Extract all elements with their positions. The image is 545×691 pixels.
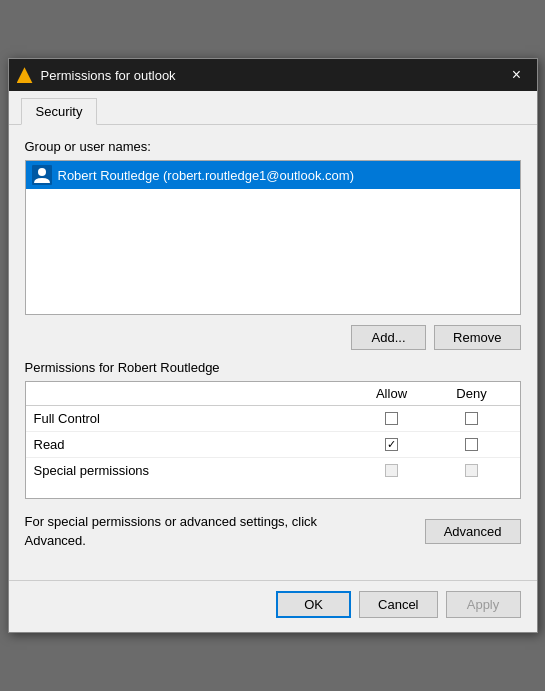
dialog-content: Group or user names: Robert Routledge (r…: [9, 125, 537, 579]
close-button[interactable]: ×: [505, 63, 529, 87]
advanced-row: For special permissions or advanced sett…: [25, 513, 521, 549]
user-name: Robert Routledge (robert.routledge1@outl…: [58, 168, 354, 183]
svg-point-1: [38, 168, 46, 176]
permission-row-read: Read: [26, 432, 520, 458]
tab-security[interactable]: Security: [21, 98, 98, 125]
user-item[interactable]: Robert Routledge (robert.routledge1@outl…: [26, 161, 520, 189]
user-icon: [32, 165, 52, 185]
special-deny-cell: [432, 464, 512, 477]
user-controls: Add... Remove: [25, 325, 521, 350]
full-control-allow-checkbox[interactable]: [385, 412, 398, 425]
full-control-allow-cell: [352, 412, 432, 425]
permission-name-full-control: Full Control: [34, 411, 352, 426]
permission-row-special: Special permissions: [26, 458, 520, 498]
ok-button[interactable]: OK: [276, 591, 351, 618]
special-deny-checkbox: [465, 464, 478, 477]
permissions-dialog: Permissions for outlook × Security Group…: [8, 58, 538, 632]
read-deny-checkbox[interactable]: [465, 438, 478, 451]
user-list[interactable]: Robert Routledge (robert.routledge1@outl…: [25, 160, 521, 315]
read-allow-checkbox[interactable]: [385, 438, 398, 451]
advanced-text: For special permissions or advanced sett…: [25, 513, 325, 549]
dialog-footer: OK Cancel Apply: [9, 580, 537, 632]
title-bar: Permissions for outlook ×: [9, 59, 537, 91]
permissions-label: Permissions for Robert Routledge: [25, 360, 521, 375]
dialog-title: Permissions for outlook: [41, 68, 505, 83]
permissions-header: Allow Deny: [26, 382, 520, 406]
add-button[interactable]: Add...: [351, 325, 426, 350]
tab-bar: Security: [9, 91, 537, 125]
permission-name-special: Special permissions: [34, 463, 352, 478]
permissions-table: Allow Deny Full Control Read: [25, 381, 521, 499]
col-deny: Deny: [432, 386, 512, 401]
group-label: Group or user names:: [25, 139, 521, 154]
remove-button[interactable]: Remove: [434, 325, 520, 350]
col-allow: Allow: [352, 386, 432, 401]
full-control-deny-cell: [432, 412, 512, 425]
read-deny-cell: [432, 438, 512, 451]
special-allow-checkbox: [385, 464, 398, 477]
col-permission: [34, 386, 352, 401]
read-allow-cell: [352, 438, 432, 451]
permission-name-read: Read: [34, 437, 352, 452]
cancel-button[interactable]: Cancel: [359, 591, 437, 618]
advanced-button[interactable]: Advanced: [425, 519, 521, 544]
apply-button[interactable]: Apply: [446, 591, 521, 618]
dialog-icon: [17, 67, 33, 83]
full-control-deny-checkbox[interactable]: [465, 412, 478, 425]
special-allow-cell: [352, 464, 432, 477]
permission-row-full-control: Full Control: [26, 406, 520, 432]
